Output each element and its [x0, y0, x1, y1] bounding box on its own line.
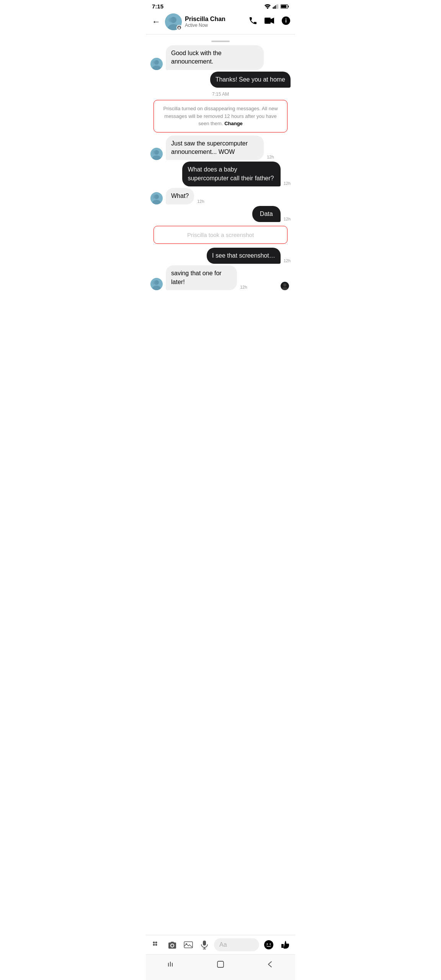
message-row: Just saw the supercomputer announcement.… [150, 136, 291, 160]
notice-text: Priscilla turned on dissappearing messag… [163, 106, 278, 126]
svg-point-46 [264, 940, 273, 949]
svg-point-36 [153, 942, 155, 944]
message-text: What does a baby supercomputer call thei… [188, 166, 274, 181]
disappearing-notice: Priscilla turned on dissappearing messag… [154, 100, 287, 132]
message-bubble: What does a baby supercomputer call thei… [182, 162, 280, 186]
nav-home-button[interactable] [209, 959, 232, 972]
svg-rect-13 [265, 18, 271, 24]
like-button[interactable] [278, 938, 291, 951]
emoji-button[interactable] [262, 938, 275, 951]
contact-avatar-container[interactable] [165, 13, 182, 30]
video-button[interactable] [265, 16, 274, 28]
message-bubble: Data [252, 206, 281, 222]
message-text: I see that screenshot… [212, 252, 275, 259]
svg-point-47 [267, 944, 268, 945]
message-bubble: I see that screenshot… [207, 248, 281, 264]
header-actions [248, 16, 291, 28]
svg-point-34 [283, 283, 286, 286]
sender-avatar [150, 278, 163, 290]
nav-back-button[interactable] [258, 959, 282, 972]
gallery-button[interactable] [182, 938, 195, 951]
sender-avatar [150, 58, 163, 70]
contact-info: Priscilla Chan Active Now [185, 16, 245, 28]
text-input[interactable]: Aa [214, 938, 259, 951]
message-bubble: saving that one for later! [166, 265, 237, 290]
message-bubble: Thanks! See you at home [210, 72, 291, 88]
message-time: 12h [197, 199, 204, 204]
avatar-image [150, 58, 163, 70]
input-bar: Aa [146, 935, 295, 954]
sender-avatar [150, 148, 163, 160]
back-button[interactable]: ← [150, 15, 162, 28]
call-button[interactable] [248, 16, 258, 28]
nav-home-button[interactable] [159, 959, 183, 972]
message-text: Thanks! See you at home [216, 76, 285, 83]
avatar-image [150, 278, 163, 290]
svg-point-39 [155, 944, 157, 946]
svg-point-38 [153, 944, 155, 946]
svg-point-40 [171, 944, 173, 947]
avatar-image [150, 192, 163, 204]
message-text: saving that one for later! [171, 270, 222, 285]
microphone-icon [200, 940, 209, 949]
scroll-pill [211, 41, 230, 42]
status-icons [265, 4, 289, 9]
more-button[interactable] [150, 938, 163, 951]
message-row: 12h Data [150, 206, 291, 222]
svg-rect-1 [274, 6, 275, 9]
message-row: Good luck with the announcement. [150, 45, 291, 70]
svg-point-24 [152, 150, 156, 154]
message-bubble: Just saw the supercomputer announcement.… [166, 136, 264, 160]
message-text: What? [171, 193, 189, 199]
emoji-icon [264, 940, 274, 950]
message-time: 12h [267, 155, 274, 159]
sender-avatar [150, 192, 163, 204]
square-icon [216, 960, 225, 969]
chat-header: ← Priscilla Chan Active Now [146, 11, 295, 34]
camera-icon [168, 941, 177, 949]
message-bubble: What? [166, 188, 194, 204]
message-row: Thanks! See you at home [150, 72, 291, 88]
battery-icon [281, 4, 289, 9]
messages-area: Good luck with the announcement. Thanks!… [146, 34, 295, 935]
change-link[interactable]: Change [224, 121, 243, 126]
screenshot-text: Priscilla took a screenshot [187, 232, 254, 238]
contact-name: Priscilla Chan [185, 16, 245, 23]
svg-point-42 [186, 943, 187, 945]
status-time: 7:15 [152, 3, 163, 10]
info-icon [281, 16, 291, 25]
info-button[interactable] [281, 16, 291, 28]
message-row: saving that one for later! 12h [150, 265, 291, 290]
scroll-indicator [146, 38, 295, 44]
message-row: 12h What does a baby supercomputer call … [150, 162, 291, 186]
nav-bar [146, 954, 295, 980]
message-time: 12h [284, 181, 291, 186]
message-bubble: Good luck with the announcement. [166, 45, 264, 70]
camera-button[interactable] [166, 938, 179, 951]
message-row: What? 12h [150, 188, 291, 204]
svg-rect-43 [203, 941, 206, 946]
input-row: Aa [150, 938, 291, 951]
svg-rect-2 [275, 5, 276, 9]
svg-rect-3 [276, 4, 277, 8]
read-receipt-avatar [281, 282, 289, 290]
system-time: 7:15 AM [146, 91, 295, 97]
svg-rect-4 [278, 4, 278, 9]
message-text: Good luck with the announcement. [171, 50, 222, 65]
phone-icon [248, 16, 258, 25]
svg-rect-50 [170, 962, 171, 967]
screenshot-notice: Priscilla took a screenshot [154, 226, 287, 244]
message-time: 12h [284, 217, 291, 221]
lines-icon [167, 960, 175, 969]
input-placeholder: Aa [219, 941, 227, 948]
video-icon [265, 16, 274, 25]
svg-rect-0 [273, 7, 274, 9]
wifi-icon [265, 4, 271, 9]
message-row: 12h I see that screenshot… [150, 248, 291, 264]
svg-point-48 [270, 944, 271, 945]
microphone-button[interactable] [198, 938, 211, 951]
message-time: 12h [284, 258, 291, 263]
avatar-image [150, 148, 163, 160]
lock-icon [178, 26, 181, 29]
avatar-lock-badge [176, 25, 182, 30]
